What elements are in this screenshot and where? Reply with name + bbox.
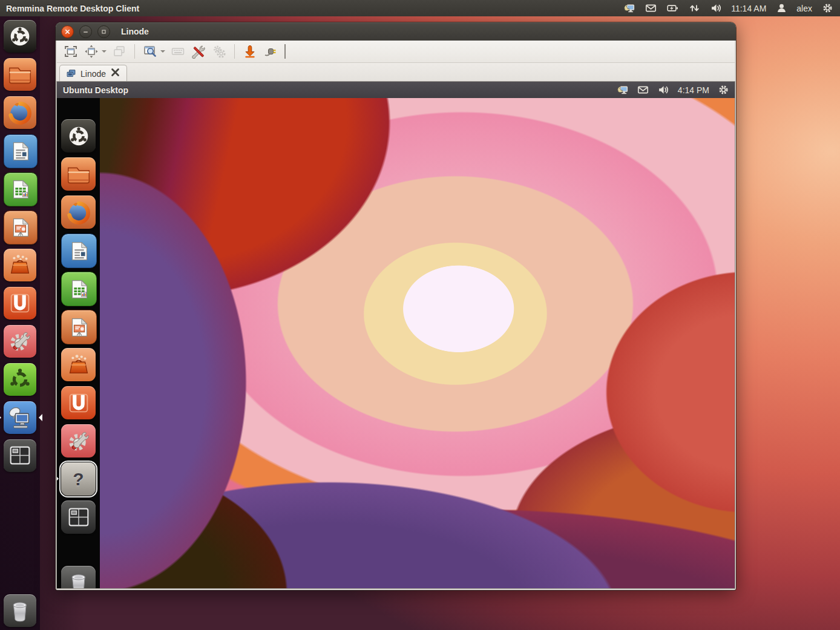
keyboard-grab-button[interactable] <box>169 43 187 60</box>
close-button[interactable] <box>61 25 74 38</box>
toolbar-separator <box>134 44 135 59</box>
launcher-item-landscape[interactable] <box>4 363 36 396</box>
tab-bar: Linode <box>57 63 735 82</box>
remote-launcher-item-ubuntu-one[interactable] <box>61 386 96 419</box>
window-title: Linode <box>121 27 149 36</box>
launcher-item-firefox[interactable] <box>4 96 36 129</box>
launcher-item-ubuntu-one[interactable] <box>4 287 36 320</box>
remote-launcher-item-trash[interactable] <box>61 566 96 588</box>
fullscreen-button[interactable] <box>62 43 80 60</box>
find-preferences-button[interactable] <box>141 43 159 60</box>
settings-gears-button[interactable] <box>210 43 228 60</box>
remote-panel-title: Ubuntu Desktop <box>63 85 128 95</box>
launcher-item-ubuntu-dash[interactable] <box>4 20 36 53</box>
remote-session-icon[interactable] <box>616 84 629 97</box>
remote-launcher-item-files[interactable] <box>61 157 96 191</box>
username[interactable]: alex <box>796 4 812 13</box>
tab-linode[interactable]: Linode <box>59 65 127 82</box>
mail-icon[interactable] <box>637 84 650 97</box>
remote-launcher-item-libreoffice-impress[interactable] <box>61 310 97 344</box>
user-icon[interactable] <box>775 2 788 15</box>
remote-clock[interactable]: 4:14 PM <box>678 85 709 95</box>
minimize-button[interactable] <box>79 25 92 38</box>
session-gear-icon[interactable] <box>821 2 834 15</box>
top-panel: Remmina Remote Desktop Client 11:14 AM a… <box>0 0 840 16</box>
window-titlebar[interactable]: Linode <box>56 22 736 41</box>
remote-top-panel: Ubuntu Desktop 4:14 PM <box>57 82 735 98</box>
focused-indicator-arrow <box>35 414 42 421</box>
remote-focused-indicator-arrow <box>57 475 62 482</box>
remote-desktop-viewer[interactable]: Ubuntu Desktop 4:14 PM <box>57 82 735 588</box>
scaled-mode-dropdown[interactable] <box>102 50 107 55</box>
screen: Remmina Remote Desktop Client 11:14 AM a… <box>0 0 840 630</box>
launcher-item-system-settings[interactable] <box>4 325 36 358</box>
remote-indicator-tray: 4:14 PM <box>616 84 735 97</box>
mail-icon[interactable] <box>644 2 657 15</box>
launcher-item-libreoffice-impress[interactable] <box>4 211 38 244</box>
battery-icon[interactable] <box>666 2 679 15</box>
launcher-item-remmina[interactable] <box>4 401 36 434</box>
find-dropdown[interactable] <box>160 50 165 55</box>
remote-wallpaper <box>100 98 735 588</box>
toolbar-grip <box>284 44 286 59</box>
launcher-item-trash[interactable] <box>4 594 36 627</box>
remote-launcher-item-libreoffice-writer[interactable] <box>61 234 97 268</box>
tab-label: Linode <box>80 69 106 79</box>
remote-unity-launcher: ? <box>57 98 100 588</box>
launcher-item-libreoffice-calc[interactable] <box>4 172 38 206</box>
remote-launcher-item-libreoffice-calc[interactable] <box>61 272 97 306</box>
indicator-tray: 11:14 AM alex <box>622 2 840 15</box>
active-app-title: Remmina Remote Desktop Client <box>6 4 139 13</box>
volume-icon[interactable] <box>709 2 723 15</box>
question-mark-label: ? <box>73 469 84 490</box>
remote-launcher-item-ubuntu-dash[interactable] <box>61 119 96 153</box>
scaled-mode-button[interactable] <box>82 43 100 60</box>
session-gear-icon[interactable] <box>717 84 730 97</box>
remote-launcher-item-unknown-window[interactable]: ? <box>61 462 96 496</box>
launcher-item-libreoffice-writer[interactable] <box>4 134 38 168</box>
unity-launcher <box>0 16 40 630</box>
launcher-item-workspace-switcher[interactable] <box>4 439 36 472</box>
remote-launcher-item-software-center[interactable] <box>61 348 96 381</box>
minimize-to-tray-button[interactable] <box>241 43 259 60</box>
launcher-item-software-center[interactable] <box>4 249 36 281</box>
launcher-item-files[interactable] <box>4 58 36 91</box>
remote-session-icon[interactable] <box>622 2 635 15</box>
tab-close-icon[interactable] <box>110 67 120 80</box>
sync-arrows-icon[interactable] <box>687 2 701 15</box>
connection-icon <box>66 68 76 79</box>
remote-launcher-item-firefox[interactable] <box>61 195 96 229</box>
remmina-toolbar <box>57 41 735 63</box>
remmina-window: Linode Linode <box>56 22 736 590</box>
toolbar-separator <box>234 44 235 59</box>
volume-icon[interactable] <box>657 84 671 97</box>
maximize-button[interactable] <box>97 25 110 38</box>
remote-launcher-item-workspace-switcher[interactable] <box>61 500 96 534</box>
duplicate-connection-button[interactable] <box>110 43 128 60</box>
running-indicator-arrow <box>0 414 5 421</box>
disconnect-button[interactable] <box>261 43 280 60</box>
tools-button[interactable] <box>189 43 208 60</box>
clock[interactable]: 11:14 AM <box>731 4 766 13</box>
remote-launcher-item-system-settings[interactable] <box>61 424 96 458</box>
